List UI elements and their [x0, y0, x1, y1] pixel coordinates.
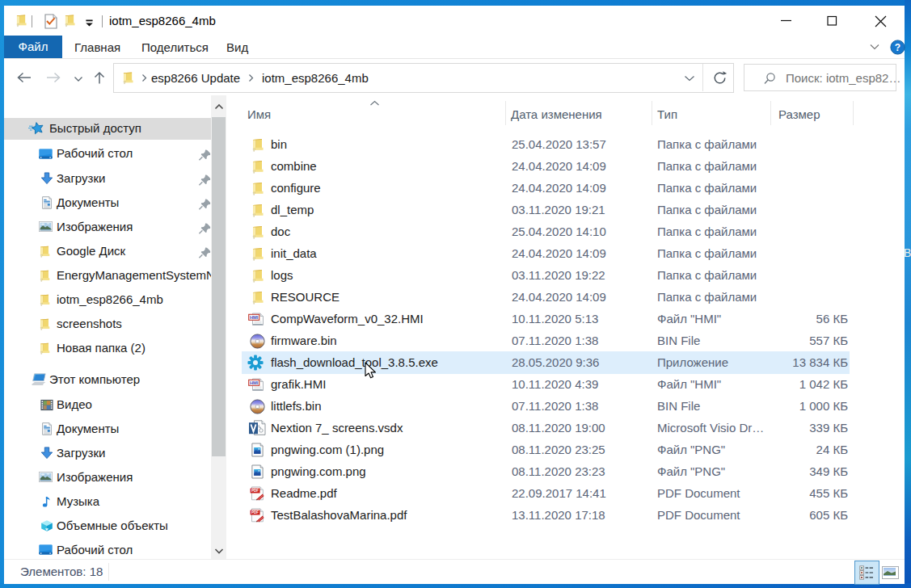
- svg-text:?: ?: [895, 42, 900, 53]
